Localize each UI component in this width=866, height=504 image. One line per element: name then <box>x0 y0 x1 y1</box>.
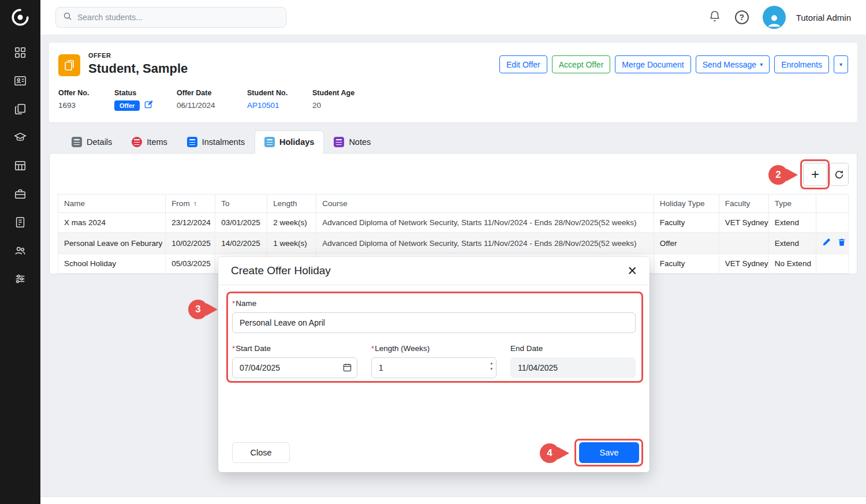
modal-title: Create Offer Holiday <box>231 264 331 277</box>
offer-header-card: OFFER Student, Sample Edit Offer Accept … <box>49 43 857 122</box>
col-type: Type <box>768 195 816 213</box>
caret-down-icon: ▾ <box>760 62 763 68</box>
sidebar <box>0 0 40 504</box>
student-no-link[interactable]: AP10501 <box>247 101 312 110</box>
offer-date-label: Offer Date <box>177 89 247 97</box>
app-root: ? Tutorial Admin OFFER Student, Sample E… <box>0 0 866 504</box>
offer-info-row: Offer No. 1693 Status Offer Offer Date 0… <box>58 89 848 111</box>
send-message-button[interactable]: Send Message▾ <box>696 55 770 73</box>
tab-bar: Details Items Instalments Holidays Notes <box>62 130 857 154</box>
user-name[interactable]: Tutorial Admin <box>796 13 851 23</box>
col-from[interactable]: From↑ <box>166 195 215 213</box>
end-date-input <box>510 357 636 378</box>
finance-icon[interactable] <box>14 216 27 229</box>
refresh-icon[interactable] <box>830 163 849 186</box>
start-date-label: *Start Date <box>232 344 357 353</box>
col-actions <box>816 195 848 213</box>
more-actions-dropdown-button[interactable]: ▾ <box>834 55 848 73</box>
holiday-name-input[interactable] <box>232 312 636 333</box>
stepper-down-icon[interactable]: ▾ <box>490 367 492 371</box>
end-date-label: End Date <box>510 344 636 353</box>
holidays-panel: + Name From↑ To Length Course Holiday Ty… <box>49 153 857 274</box>
offer-no-value: 1693 <box>58 101 114 110</box>
tab-holidays[interactable]: Holidays <box>255 130 324 154</box>
edit-offer-button[interactable]: Edit Offer <box>499 55 547 73</box>
tab-details[interactable]: Details <box>62 130 122 154</box>
page-title: Student, Sample <box>88 61 188 76</box>
col-to: To <box>215 195 267 213</box>
merge-document-button[interactable]: Merge Document <box>615 55 690 73</box>
agents-icon[interactable] <box>14 188 27 200</box>
status-badge: Offer <box>114 100 140 111</box>
staff-icon[interactable] <box>14 244 27 257</box>
courses-icon[interactable] <box>14 131 27 144</box>
edit-row-icon[interactable] <box>822 238 831 248</box>
student-age-value: 20 <box>312 101 354 110</box>
tab-notes[interactable]: Notes <box>324 130 380 154</box>
details-tab-icon <box>72 137 82 147</box>
record-type-label: OFFER <box>88 52 188 59</box>
app-logo-icon[interactable] <box>0 0 40 35</box>
search-input[interactable] <box>77 13 279 22</box>
topbar-right: ? Tutorial Admin <box>708 6 851 29</box>
timetable-icon[interactable] <box>14 159 27 172</box>
contacts-icon[interactable] <box>14 74 27 87</box>
col-name: Name <box>58 195 166 213</box>
search-box <box>55 7 286 28</box>
instalments-tab-icon <box>187 137 197 147</box>
avatar[interactable] <box>763 6 786 29</box>
modal-form: *Name *Start Date *Length (Weeks) ▴ <box>218 285 650 378</box>
footer-strip <box>40 496 866 504</box>
settings-sliders-icon[interactable] <box>14 272 27 285</box>
col-holiday-type: Holiday Type <box>654 195 719 213</box>
stepper-up-icon[interactable]: ▴ <box>490 361 492 365</box>
table-toolbar: + <box>58 163 849 186</box>
offer-date-value: 06/11/2024 <box>177 101 247 110</box>
sort-asc-icon[interactable]: ↑ <box>193 200 197 208</box>
close-icon[interactable]: × <box>628 264 637 278</box>
col-length: Length <box>267 195 316 213</box>
length-label: *Length (Weeks) <box>371 344 497 353</box>
notes-tab-icon <box>334 137 344 147</box>
col-course: Course <box>316 195 654 213</box>
dashboard-icon[interactable] <box>14 46 27 59</box>
start-date-input[interactable] <box>232 357 357 378</box>
tab-instalments[interactable]: Instalments <box>177 130 255 154</box>
add-holiday-button[interactable]: + <box>803 163 827 186</box>
tab-items[interactable]: Items <box>122 130 177 154</box>
offer-type-icon <box>58 54 80 76</box>
topbar: ? Tutorial Admin <box>40 0 866 35</box>
length-weeks-input[interactable] <box>371 357 497 378</box>
documents-icon[interactable] <box>14 103 27 115</box>
student-no-label: Student No. <box>247 89 312 97</box>
edit-status-icon[interactable] <box>144 100 153 111</box>
name-label: *Name <box>232 299 636 308</box>
table-header-row: Name From↑ To Length Course Holiday Type… <box>58 195 849 213</box>
holidays-tab-icon <box>264 137 275 147</box>
items-tab-icon <box>132 137 142 147</box>
calendar-icon[interactable] <box>343 363 352 374</box>
accept-offer-button[interactable]: Accept Offer <box>552 55 611 73</box>
table-row[interactable]: X mas 2024 23/12/2024 03/01/2025 2 week(… <box>58 213 849 233</box>
help-icon[interactable]: ? <box>735 10 749 24</box>
notifications-bell-icon[interactable] <box>708 10 721 25</box>
sidebar-nav <box>14 46 27 285</box>
table-row[interactable]: Personal Leave on Feburary 10/02/2025 14… <box>58 233 849 254</box>
status-label: Status <box>114 89 177 97</box>
header-actions: Edit Offer Accept Offer Merge Document S… <box>499 52 848 73</box>
caret-down-icon: ▾ <box>839 62 842 68</box>
close-button[interactable]: Close <box>232 442 290 463</box>
col-faculty: Faculty <box>719 195 768 213</box>
search-icon <box>63 12 72 23</box>
delete-row-icon[interactable] <box>838 238 846 248</box>
enrolments-button[interactable]: Enrolments <box>774 55 829 73</box>
create-offer-holiday-modal: Create Offer Holiday × *Name *Start Date… <box>218 257 650 472</box>
number-stepper: ▴ ▾ <box>490 361 492 371</box>
save-button[interactable]: Save <box>579 442 639 463</box>
student-age-label: Student Age <box>312 89 354 97</box>
offer-no-label: Offer No. <box>58 89 114 97</box>
